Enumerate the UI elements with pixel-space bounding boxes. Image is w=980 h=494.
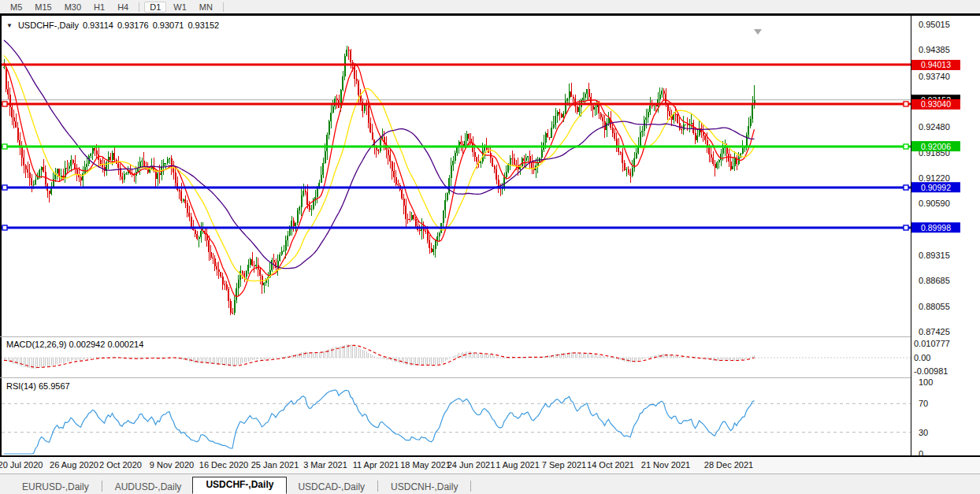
rsi-axis-label: 100 <box>919 377 933 387</box>
rsi-indicator-label: RSI(14) 65.9567 <box>6 381 70 391</box>
line-handle[interactable] <box>2 102 7 106</box>
symbol-title: USDCHF-,Daily <box>18 20 79 30</box>
ohlc-low: 0.93071 <box>153 20 184 30</box>
rsi-axis-label: 0 <box>919 449 923 459</box>
price-badge-label: 0.93040 <box>921 99 951 109</box>
mt4-chart-window: { "toolbar": { "timeframes": ["M5","M15"… <box>0 0 980 494</box>
line-handle[interactable] <box>2 225 7 230</box>
line-handle[interactable] <box>2 185 7 190</box>
chart-tab-usdchf[interactable]: USDCHF-,Daily <box>192 477 287 494</box>
symbol-tabbar: EURUSD-,DailyAUDUSD-,DailyUSDCHF-,DailyU… <box>0 474 980 494</box>
date-axis-label: 26 Aug 2020 <box>50 460 98 470</box>
timeframe-button-h4[interactable]: H4 <box>112 2 134 13</box>
timeframe-button-m15[interactable]: M15 <box>29 2 57 13</box>
date-axis-label: 28 Dec 2021 <box>704 460 753 470</box>
price-axis-label: 0.87425 <box>919 327 950 336</box>
price-axis-label: 0.88685 <box>919 276 950 285</box>
macd-axis-label: 0.010777 <box>914 339 950 348</box>
line-handle[interactable] <box>904 225 908 230</box>
line-handle[interactable] <box>904 144 908 149</box>
chart-top-border <box>0 13 980 16</box>
pane-divider-rsi[interactable] <box>0 377 911 378</box>
ohlc-open: 0.93114 <box>83 20 113 30</box>
timeframe-toolbar: M5M15M30H1H4D1W1MN <box>0 0 980 13</box>
timeframe-button-m5[interactable]: M5 <box>5 2 28 13</box>
date-axis-label: 25 Jan 2021 <box>251 460 299 470</box>
timeframe-button-m30[interactable]: M30 <box>59 2 87 13</box>
timeframe-button-d1[interactable]: D1 <box>144 2 166 13</box>
date-axis-label: 18 May 2021 <box>400 460 451 470</box>
tab-separator <box>377 481 378 492</box>
price-badge-label: 0.92006 <box>921 142 951 151</box>
line-handle[interactable] <box>904 185 908 190</box>
date-axis-label: 7 Sep 2021 <box>542 460 586 470</box>
macd-axis-label: 0.00 <box>914 353 930 362</box>
price-badge-label: 0.94013 <box>921 60 951 69</box>
chart-tab-usdcnh[interactable]: USDCNH-,Daily <box>380 481 469 494</box>
tab-separator <box>470 481 471 492</box>
price-axis-separator <box>911 16 911 455</box>
ohlc-close: 0.93152 <box>187 20 219 30</box>
date-axis-label: 2 Oct 2020 <box>99 460 142 470</box>
chart-canvas[interactable]: 0.950150.943850.937400.924800.918500.912… <box>0 13 980 474</box>
chart-tab-audusd[interactable]: AUDUSD-,Daily <box>104 481 193 494</box>
timeframe-button-h1[interactable]: H1 <box>88 2 110 13</box>
date-axis-label: 21 Nov 2021 <box>641 460 690 470</box>
ohlc-high: 0.93176 <box>117 20 149 30</box>
tab-separator <box>102 481 102 492</box>
date-axis-label: 1 Aug 2021 <box>496 460 540 470</box>
macd-indicator-label: MACD(12,26,9) 0.002942 0.000214 <box>6 340 143 349</box>
date-axis-label: 16 Dec 2020 <box>199 460 248 470</box>
macd-axis-label: -0.00981 <box>914 366 948 376</box>
price-axis-label: 0.93740 <box>919 72 950 81</box>
line-handle[interactable] <box>2 144 7 149</box>
price-badge-label: 0.90992 <box>921 183 951 192</box>
chart-header: ▼ USDCHF-,Daily 0.93114 0.93176 0.93071 … <box>6 20 219 30</box>
date-axis-label: 24 Jun 2021 <box>447 460 496 470</box>
price-badge-label: 0.89998 <box>921 223 951 232</box>
timeframe-button-w1[interactable]: W1 <box>168 2 192 13</box>
price-axis-label: 0.88055 <box>919 302 950 311</box>
price-axis-label: 0.92480 <box>919 122 950 132</box>
pane-divider-macd[interactable] <box>0 336 911 337</box>
date-axis-label: 11 Apr 2021 <box>353 460 399 470</box>
toolbar-separator <box>139 2 139 12</box>
price-axis-label: 0.94385 <box>919 45 950 54</box>
line-handle[interactable] <box>904 102 908 106</box>
collapse-ohlc-icon[interactable]: ▼ <box>6 22 13 29</box>
date-axis-label: 14 Oct 2021 <box>587 460 634 470</box>
price-axis-label: 0.89315 <box>919 251 950 260</box>
chart-bottom-border <box>0 455 980 457</box>
chart-tab-usdcad[interactable]: USDCAD-,Daily <box>287 481 376 494</box>
price-axis-label: 0.95015 <box>919 20 950 29</box>
rsi-axis-label: 70 <box>919 399 928 408</box>
chart-tab-eurusd[interactable]: EURUSD-,Daily <box>11 481 100 494</box>
date-axis-label: 20 Jul 2020 <box>0 460 43 470</box>
chart-left-border <box>0 13 2 457</box>
date-axis-label: 3 Mar 2021 <box>303 460 347 470</box>
date-axis-label: 9 Nov 2020 <box>150 460 194 470</box>
toolbar-separator <box>223 2 224 12</box>
rsi-axis-label: 30 <box>919 428 928 437</box>
price-axis-label: 0.90590 <box>919 199 950 208</box>
price-axis-label: 0.91220 <box>919 173 950 183</box>
timeframe-button-mn[interactable]: MN <box>194 2 218 13</box>
